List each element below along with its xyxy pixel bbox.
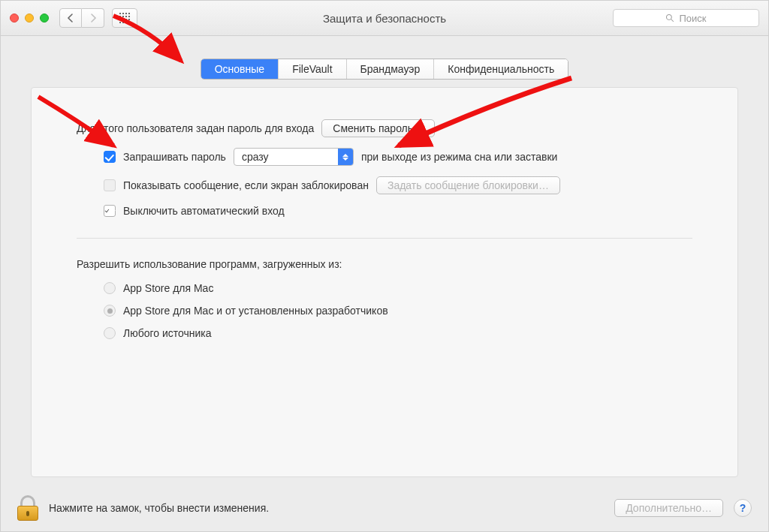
apps-option-appstore: App Store для Mac [104, 282, 692, 294]
tab-privacy[interactable]: Конфиденциальность [434, 59, 568, 79]
disable-auto-login-label: Выключить автоматический вход [123, 205, 285, 217]
require-password-delay-select[interactable]: сразу [234, 148, 354, 166]
set-lock-message-button[interactable]: Задать сообщение блокировки… [376, 176, 560, 194]
login-password-row: Для этого пользователя задан пароль для … [77, 119, 692, 137]
apps-option-identified: App Store для Mac и от установленных раз… [104, 305, 692, 317]
apps-radio-appstore-label: App Store для Mac [123, 282, 213, 294]
show-lock-message-row: Показывать сообщение, если экран заблоки… [104, 176, 692, 194]
search-placeholder: Поиск [679, 13, 706, 24]
apps-radio-anywhere[interactable] [104, 327, 116, 339]
require-password-delay-value: сразу [234, 151, 338, 163]
tab-general[interactable]: Основные [201, 59, 279, 79]
apps-radio-identified-label: App Store для Mac и от установленных раз… [123, 305, 388, 317]
tab-bar: Основные FileVault Брандмауэр Конфиденци… [16, 59, 753, 80]
show-all-button[interactable] [112, 8, 137, 28]
apps-radio-identified[interactable] [104, 305, 116, 317]
tab-firewall[interactable]: Брандмауэр [347, 59, 435, 79]
chevron-right-icon [89, 14, 97, 23]
require-password-row: Запрашивать пароль сразу при выходе из р… [104, 148, 692, 166]
forward-button[interactable] [82, 8, 104, 28]
minimize-window-button[interactable] [25, 14, 34, 23]
lock-keyhole-icon [26, 511, 29, 516]
footer-right: Дополнительно… ? [614, 499, 752, 517]
lock-hint-text: Нажмите на замок, чтобы внести изменения… [49, 502, 269, 514]
lock-button[interactable] [17, 495, 38, 521]
back-button[interactable] [59, 8, 82, 28]
show-lock-message-label: Показывать сообщение, если экран заблоки… [123, 179, 369, 191]
login-password-text: Для этого пользователя задан пароль для … [77, 122, 314, 134]
apps-radio-appstore[interactable] [104, 282, 116, 294]
prefs-window: Защита и безопасность Поиск Основные Fil… [0, 0, 769, 532]
change-password-button[interactable]: Сменить пароль… [321, 119, 435, 137]
require-password-rest: при выходе из режима сна или заставки [361, 151, 558, 163]
content-area: Основные FileVault Брандмауэр Конфиденци… [1, 36, 768, 477]
divider [77, 238, 692, 239]
require-password-checkbox[interactable] [104, 151, 116, 163]
tab-filevault[interactable]: FileVault [279, 59, 346, 79]
chevron-left-icon [67, 14, 74, 23]
search-icon [665, 14, 674, 23]
advanced-button[interactable]: Дополнительно… [614, 499, 723, 517]
stepper-arrows-icon [338, 149, 353, 165]
titlebar: Защита и безопасность Поиск [1, 1, 768, 36]
allow-apps-label: Разрешить использование программ, загруж… [77, 258, 692, 270]
nav-buttons [59, 8, 104, 28]
apps-option-anywhere: Любого источника [104, 327, 692, 339]
window-controls [10, 14, 49, 23]
show-lock-message-checkbox[interactable] [104, 179, 116, 191]
zoom-window-button[interactable] [40, 14, 49, 23]
grid-icon [119, 13, 130, 23]
apps-radio-anywhere-label: Любого источника [123, 327, 212, 339]
search-field[interactable]: Поиск [613, 9, 759, 27]
tab-group: Основные FileVault Брандмауэр Конфиденци… [201, 59, 569, 80]
checkmark-icon [104, 206, 110, 215]
footer: Нажмите на замок, чтобы внести изменения… [1, 485, 768, 531]
close-window-button[interactable] [10, 14, 19, 23]
help-button[interactable]: ? [734, 499, 752, 517]
require-password-label: Запрашивать пароль [123, 151, 226, 163]
disable-auto-login-row: Выключить автоматический вход [104, 205, 692, 217]
general-panel: Для этого пользователя задан пароль для … [31, 87, 738, 477]
disable-auto-login-checkbox[interactable] [104, 205, 116, 217]
svg-line-1 [671, 20, 674, 22]
